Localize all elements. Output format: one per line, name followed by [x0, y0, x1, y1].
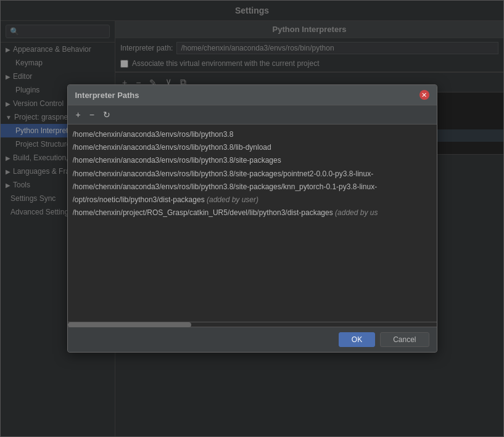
- modal-toolbar: + − ↻: [68, 105, 437, 125]
- path-text: /home/chenxin/anaconda3/envs/ros/lib/pyt…: [73, 130, 234, 139]
- list-item: /home/chenxin/anaconda3/envs/ros/lib/pyt…: [73, 128, 432, 141]
- settings-window: Settings ▶ Appearance & Behavior Keymap …: [0, 0, 504, 437]
- path-text: /home/chenxin/anaconda3/envs/ros/lib/pyt…: [73, 169, 374, 178]
- modal-title: Interpreter Paths: [75, 91, 139, 100]
- list-item: /home/chenxin/anaconda3/envs/ros/lib/pyt…: [73, 141, 432, 154]
- modal-overlay: Interpreter Paths ✕ + − ↻ /home/chenxin/…: [1, 1, 503, 436]
- list-item: /home/chenxin/project/ROS_Grasp/catkin_U…: [73, 206, 432, 219]
- path-added-label: (added by user): [205, 195, 258, 204]
- remove-path-button[interactable]: −: [86, 108, 97, 121]
- modal-paths: /home/chenxin/anaconda3/envs/ros/lib/pyt…: [68, 125, 437, 322]
- list-item: /opt/ros/noetic/lib/python3/dist-package…: [73, 194, 432, 206]
- list-item: /home/chenxin/anaconda3/envs/ros/lib/pyt…: [73, 181, 432, 194]
- refresh-path-button[interactable]: ↻: [100, 108, 114, 121]
- path-added-label: (added by us: [333, 208, 378, 217]
- modal-footer: OK Cancel: [68, 327, 437, 352]
- path-text: /opt/ros/noetic/lib/python3/dist-package…: [73, 195, 205, 204]
- dialog-overlay: Settings ▶ Appearance & Behavior Keymap …: [0, 0, 504, 437]
- modal-header: Interpreter Paths ✕: [68, 85, 437, 105]
- modal-close-button[interactable]: ✕: [419, 90, 429, 100]
- list-item: /home/chenxin/anaconda3/envs/ros/lib/pyt…: [73, 154, 432, 167]
- path-text: /home/chenxin/anaconda3/envs/ros/lib/pyt…: [73, 156, 281, 165]
- interpreter-paths-modal: Interpreter Paths ✕ + − ↻ /home/chenxin/…: [67, 84, 437, 353]
- modal-scrollbar[interactable]: [68, 322, 437, 327]
- add-path-button[interactable]: +: [73, 108, 84, 121]
- path-text: /home/chenxin/anaconda3/envs/ros/lib/pyt…: [73, 182, 378, 191]
- path-text: /home/chenxin/project/ROS_Grasp/catkin_U…: [73, 208, 333, 217]
- cancel-button[interactable]: Cancel: [380, 332, 429, 347]
- list-item: /home/chenxin/anaconda3/envs/ros/lib/pyt…: [73, 168, 432, 181]
- scroll-thumb[interactable]: [68, 322, 191, 327]
- path-text: /home/chenxin/anaconda3/envs/ros/lib/pyt…: [73, 143, 271, 152]
- ok-button[interactable]: OK: [339, 332, 375, 347]
